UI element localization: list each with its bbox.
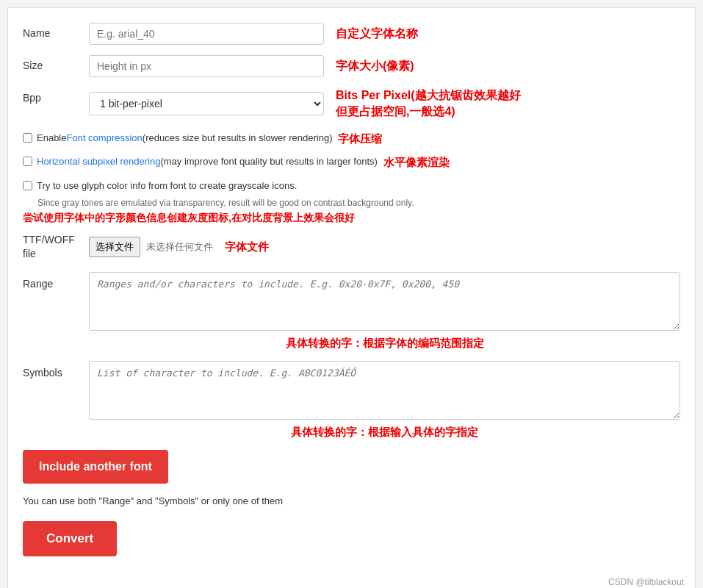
grayscale-checkbox[interactable] [23, 181, 32, 190]
checkbox1-annotation: 字体压缩 [338, 131, 382, 148]
symbols-row: Symbols 具体转换的字：根据输入具体的字指定 [23, 361, 680, 440]
ttf-row: TTF/WOFF file 选择文件 未选择任何文件 字体文件 [23, 233, 680, 262]
checkbox2-annotation: 水平像素渲染 [383, 154, 450, 171]
horizontal-subpixel-link[interactable]: Horizontal subpixel rendering [37, 154, 160, 169]
font-compression-checkbox[interactable] [23, 133, 32, 143]
grayscale-annotation: 尝试使用字体中的字形颜色信息创建灰度图标,在对比度背景上效果会很好 [23, 211, 680, 226]
name-label: Name [23, 23, 89, 39]
include-btn-wrapper: Include another font [23, 450, 680, 491]
convert-btn-wrapper: Convert [23, 521, 680, 556]
symbols-annotation: 具体转换的字：根据输入具体的字指定 [89, 426, 680, 440]
checkbox1-pre-text: Enable [37, 131, 66, 146]
footer-text: CSDN @tilblackout [608, 577, 684, 587]
include-another-font-button[interactable]: Include another font [23, 450, 168, 484]
name-input[interactable] [89, 23, 324, 45]
name-input-wrapper [89, 23, 324, 45]
symbols-textarea[interactable] [89, 361, 680, 420]
range-annotation: 具体转换的字：根据字体的编码范围指定 [89, 337, 680, 351]
bpp-select[interactable]: 1 bit-per-pixel 2 bit-per-pixel 4 bit-pe… [89, 92, 324, 115]
bpp-annotation-line1: Bits Per Pixel(越大抗锯齿效果越好 [336, 87, 521, 104]
range-textarea-wrapper: 具体转换的字：根据字体的编码范围指定 [89, 272, 680, 351]
grayscale-note: Since gray tones are emulated via transp… [37, 197, 680, 209]
checkbox2-post-text: (may improve font quality but results in… [160, 154, 378, 169]
checkbox2-section: Horizontal subpixel rendering (may impro… [23, 154, 680, 171]
symbols-label: Symbols [23, 361, 89, 379]
bpp-select-wrapper: 1 bit-per-pixel 2 bit-per-pixel 4 bit-pe… [89, 92, 324, 115]
size-row: Size 字体大小(像素) [23, 55, 680, 77]
checkbox1-section: Enable Font compression (reduces size bu… [23, 131, 680, 148]
range-textarea[interactable] [89, 272, 680, 331]
size-annotation: 字体大小(像素) [336, 59, 414, 74]
checkbox3-row: Try to use glyph color info from font to… [23, 179, 680, 193]
ttf-annotation: 字体文件 [225, 240, 269, 254]
checkbox1-post-text: (reduces size but results in slower rend… [143, 131, 333, 146]
checkbox3-label: Try to use glyph color info from font to… [37, 179, 297, 193]
name-annotation: 自定义字体名称 [336, 26, 418, 42]
size-input[interactable] [89, 55, 324, 77]
bpp-label: Bpp [23, 87, 89, 104]
bpp-row: Bpp 1 bit-per-pixel 2 bit-per-pixel 4 bi… [23, 87, 680, 121]
checkbox2-row: Horizontal subpixel rendering (may impro… [23, 154, 680, 171]
bpp-annotation: Bits Per Pixel(越大抗锯齿效果越好 但更占据空间,一般选4) [336, 87, 521, 121]
checkbox3-section: Try to use glyph color info from font to… [23, 179, 680, 226]
size-label: Size [23, 55, 89, 71]
main-container: Name 自定义字体名称 Size 字体大小(像素) Bpp 1 bit-per… [7, 7, 696, 588]
horizontal-subpixel-checkbox[interactable] [23, 157, 32, 166]
ttf-label: TTF/WOFF file [23, 233, 89, 262]
name-row: Name 自定义字体名称 [23, 23, 680, 45]
checkbox1-row: Enable Font compression (reduces size bu… [23, 131, 680, 148]
grayscale-note-text: Since gray tones are emulated via transp… [37, 198, 414, 208]
file-name-text: 未选择任何文件 [146, 240, 213, 254]
range-row: Range 具体转换的字：根据字体的编码范围指定 [23, 272, 680, 351]
bpp-annotation-line2: 但更占据空间,一般选4) [336, 104, 521, 120]
choose-file-button[interactable]: 选择文件 [89, 237, 140, 257]
ttf-file-wrapper: 选择文件 未选择任何文件 字体文件 [89, 237, 269, 257]
symbols-textarea-wrapper: 具体转换的字：根据输入具体的字指定 [89, 361, 680, 440]
font-compression-link[interactable]: Font compression [66, 131, 142, 146]
convert-button[interactable]: Convert [23, 521, 117, 556]
note-text: You can use both "Range" and "Symbols" o… [23, 495, 680, 506]
range-label: Range [23, 272, 89, 290]
size-input-wrapper [89, 55, 324, 77]
